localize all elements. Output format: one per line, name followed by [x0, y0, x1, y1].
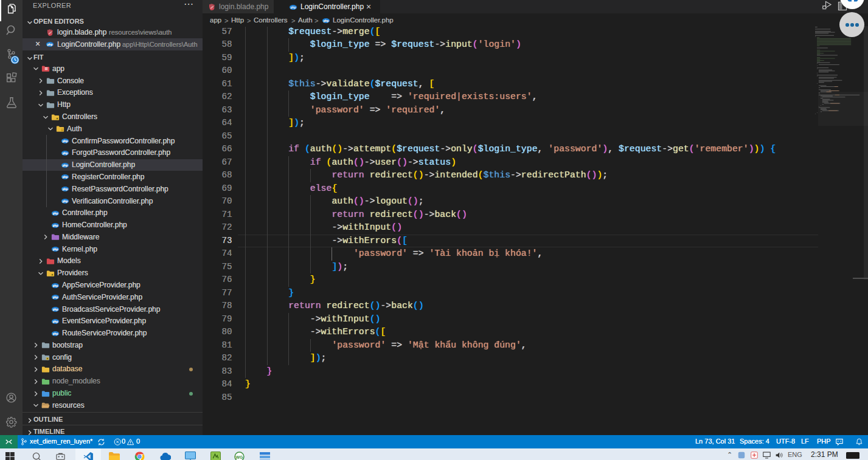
svg-text:php: php — [63, 188, 68, 191]
svg-text:php: php — [63, 176, 68, 179]
svg-text:php: php — [63, 140, 68, 143]
svg-text:php: php — [53, 296, 58, 299]
svg-text:php: php — [53, 248, 58, 251]
svg-text:php: php — [63, 200, 68, 203]
svg-text:php: php — [53, 224, 58, 227]
svg-text:php: php — [53, 212, 58, 215]
svg-text:php: php — [53, 320, 58, 323]
svg-text:php: php — [47, 43, 53, 46]
svg-text:php: php — [53, 284, 58, 287]
svg-text:php: php — [53, 332, 58, 335]
svg-text:WG: WG — [236, 455, 243, 459]
svg-text:php: php — [63, 152, 68, 155]
svg-text:php: php — [63, 163, 68, 166]
svg-text:php: php — [53, 308, 58, 311]
